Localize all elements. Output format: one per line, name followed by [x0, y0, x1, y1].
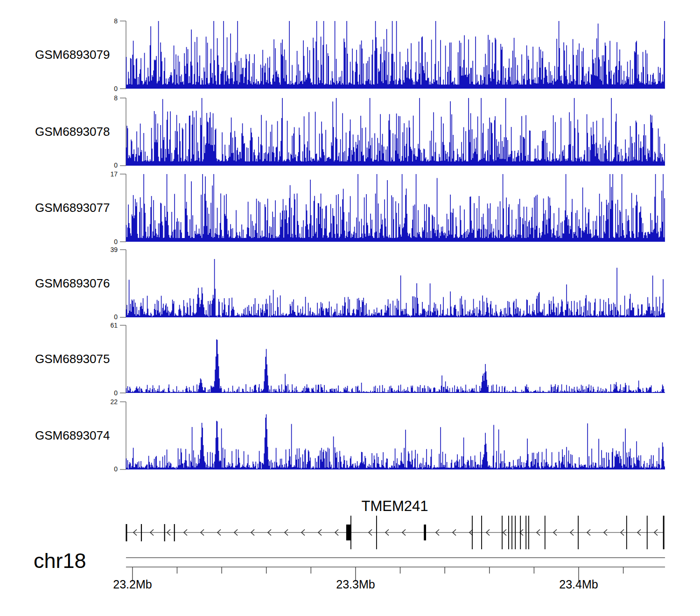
y-axis-zero-label: 0: [94, 161, 118, 169]
chromosome-label: chr18: [34, 549, 86, 573]
y-axis-max-label: 22: [94, 398, 118, 406]
track-label-gsm6893078: GSM6893078: [35, 124, 124, 139]
y-axis-zero-label: 0: [94, 238, 118, 245]
y-axis-zero-label: 0: [94, 313, 118, 321]
y-axis-zero-label: 0: [94, 465, 118, 473]
genome-browser-view: GSM6893079 GSM6893078 GSM6893077 GSM6893…: [0, 0, 700, 616]
track-label-gsm6893079: GSM6893079: [35, 47, 124, 62]
track-label-gsm6893074: GSM6893074: [35, 428, 124, 443]
ruler-tick-label: 23.4Mb: [546, 578, 611, 591]
y-axis-max-label: 17: [94, 170, 118, 178]
y-axis-max-label: 8: [94, 17, 118, 25]
y-axis-max-label: 8: [94, 94, 118, 102]
y-axis-zero-label: 0: [94, 389, 118, 397]
track-label-gsm6893075: GSM6893075: [35, 351, 124, 366]
track-label-gsm6893077: GSM6893077: [35, 200, 124, 215]
ruler-tick-label: 23.3Mb: [323, 578, 388, 591]
y-axis-max-label: 61: [94, 322, 118, 329]
tracks-plot-canvas: [0, 0, 700, 616]
track-label-gsm6893076: GSM6893076: [35, 276, 124, 291]
gene-name-label: TMEM241: [348, 498, 441, 515]
y-axis-max-label: 39: [94, 246, 118, 253]
y-axis-zero-label: 0: [94, 85, 118, 92]
ruler-tick-label: 23.2Mb: [100, 578, 165, 591]
